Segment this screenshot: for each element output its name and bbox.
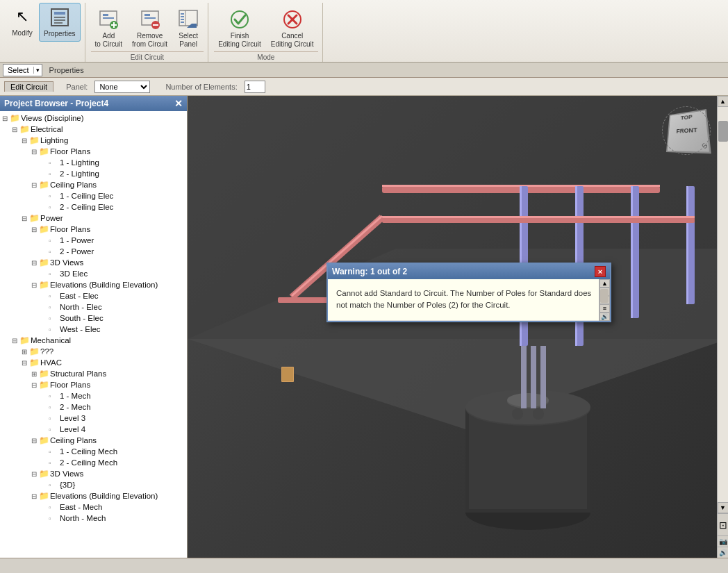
properties-button[interactable]: Properties (39, 3, 81, 42)
tree-toggle-floor-plans-mech[interactable]: ⊟ (29, 380, 39, 390)
tree-item-level-4[interactable]: ▫Level 4 (0, 424, 187, 435)
tree-item-west-elec[interactable]: ▫West - Elec (0, 324, 187, 335)
tree-item-east-elec[interactable]: ▫East - Elec (0, 290, 187, 301)
scroll-thumb[interactable] (718, 121, 728, 142)
tree-item-???[interactable]: ⊞📁??? (0, 346, 187, 357)
cancel-editing-button[interactable]: CancelEditing Circuit (267, 6, 318, 51)
tree-item-1-power[interactable]: ▫1 - Power (0, 235, 187, 246)
tree-item-level-3[interactable]: ▫Level 3 (0, 413, 187, 424)
tree-toggle-3d-views-elec[interactable]: ⊟ (29, 258, 39, 267)
modify-label: Modify (12, 29, 32, 38)
tree-toggle-ceiling-plans[interactable]: ⊟ (29, 180, 39, 190)
scroll-down-button[interactable]: ▼ (718, 502, 729, 513)
tree-toggle-structural-plans[interactable]: ⊞ (29, 369, 39, 379)
warning-scroll-thumb[interactable] (600, 289, 609, 303)
tree-item-east-mech[interactable]: ▫East - Mech (0, 501, 187, 513)
finish-editing-button[interactable]: FinishEditing Circuit (214, 6, 265, 51)
warning-scroll-list[interactable]: ≡ (599, 304, 610, 313)
tree-toggle-elevations-elec[interactable]: ⊟ (29, 280, 39, 290)
tree-item-ceiling-plans[interactable]: ⊟📁Ceiling Plans (0, 179, 187, 190)
scroll-track[interactable] (718, 107, 729, 502)
scroll-up-button[interactable]: ▲ (718, 96, 729, 107)
view-icon: ▫ (49, 447, 60, 456)
zoom-fit-button[interactable]: ⊡ (718, 513, 729, 535)
tree-item-1-ceiling-elec[interactable]: ▫1 - Ceiling Elec (0, 190, 187, 201)
tree-item-north-elec[interactable]: ▫North - Elec (0, 301, 187, 313)
nav-cube[interactable]: TOP FRONT S (659, 103, 714, 158)
select-dropdown[interactable]: Select ▾ (3, 64, 42, 76)
view-icon: ▫ (49, 269, 60, 279)
folder-icon: 📁 (39, 369, 50, 379)
tree-toggle-floor-plans-lighting[interactable]: ⊟ (29, 147, 39, 156)
edit-circuit-tab[interactable]: Edit Circuit (4, 81, 53, 92)
num-elements-label: Number of Elements: (165, 83, 237, 91)
speaker-button[interactable]: 🔊 (718, 547, 729, 558)
warning-close-button[interactable]: × (595, 266, 606, 277)
folder-icon: 📁 (39, 469, 50, 479)
tree-item-power[interactable]: ⊟📁Power (0, 213, 187, 224)
tree-item-floor-plans-power[interactable]: ⊟📁Floor Plans (0, 224, 187, 235)
tree-item-hvac[interactable]: ⊟📁HVAC (0, 357, 187, 368)
tree-item-3d-elec[interactable]: ▫3D Elec (0, 268, 187, 279)
tree-item-2-mech[interactable]: ▫2 - Mech (0, 401, 187, 413)
tree-item-2-ceiling-elec[interactable]: ▫2 - Ceiling Elec (0, 201, 187, 213)
tree-item-electrical[interactable]: ⊟📁Electrical (0, 124, 187, 135)
add-to-circuit-button[interactable]: Addto Circuit (91, 6, 126, 51)
tree-toggle-power[interactable]: ⊟ (19, 213, 29, 223)
project-browser-close[interactable]: ✕ (174, 98, 183, 109)
project-browser-tree[interactable]: ⊟📁Views (Discipline)⊟📁Electrical⊟📁Lighti… (0, 111, 187, 558)
tree-item-1-ceiling-mech[interactable]: ▫1 - Ceiling Mech (0, 446, 187, 457)
tree-toggle-ceiling-plans-mech[interactable]: ⊟ (29, 435, 39, 445)
svg-rect-44 (282, 367, 293, 381)
tree-label-3d-mech: {3D} (60, 481, 75, 489)
warning-scroll-expand[interactable]: 🔊 (599, 313, 610, 321)
view-icon: ▫ (49, 502, 60, 512)
view-icon: ▫ (49, 302, 60, 312)
camera-button[interactable]: 📷 (718, 535, 729, 547)
tree-label-???: ??? (40, 347, 53, 356)
tree-item-elevations-elec[interactable]: ⊟📁Elevations (Building Elevation) (0, 279, 187, 290)
num-elements-input[interactable] (245, 81, 265, 93)
tree-item-2-ceiling-mech[interactable]: ▫2 - Ceiling Mech (0, 457, 187, 468)
warning-scroll-up[interactable]: ▲ (599, 279, 610, 288)
tree-label-3d-elec: 3D Elec (60, 269, 88, 278)
properties-icon (49, 6, 71, 28)
tree-item-1-lighting[interactable]: ▫1 - Lighting (0, 157, 187, 168)
tree-toggle-elevations-mech[interactable]: ⊟ (29, 491, 39, 501)
tree-item-lighting[interactable]: ⊟📁Lighting (0, 135, 187, 146)
viewport[interactable]: TOP FRONT S ▲ ▼ ⊡ 📷 🔊 Warning: 1 out of … (188, 96, 728, 558)
svg-rect-37 (686, 186, 688, 304)
edit-circuit-group-label: Edit Circuit (91, 51, 204, 63)
modify-button[interactable]: ↖ Modify (7, 3, 38, 40)
tree-item-2-lighting[interactable]: ▫2 - Lighting (0, 168, 187, 179)
folder-icon: 📁 (19, 335, 31, 345)
tree-toggle-lighting[interactable]: ⊟ (19, 135, 29, 145)
tree-item-3d-mech[interactable]: ▫{3D} (0, 479, 187, 490)
tree-item-south-elec[interactable]: ▫South - Elec (0, 313, 187, 324)
tree-item-north-mech[interactable]: ▫North - Mech (0, 513, 187, 524)
tree-toggle-floor-plans-power[interactable]: ⊟ (29, 224, 39, 234)
tree-item-mechanical[interactable]: ⊟📁Mechanical (0, 335, 187, 346)
tree-toggle-electrical[interactable]: ⊟ (10, 124, 19, 134)
remove-from-circuit-button[interactable]: Removefrom Circuit (128, 6, 172, 51)
tree-item-3d-views-elec[interactable]: ⊟📁3D Views (0, 257, 187, 268)
svg-rect-19 (181, 16, 184, 17)
tree-item-2-power[interactable]: ▫2 - Power (0, 246, 187, 257)
select-arrow-icon[interactable]: ▾ (33, 67, 42, 74)
tree-toggle-mechanical[interactable]: ⊟ (10, 335, 19, 345)
tree-toggle-3d-views-mech[interactable]: ⊟ (29, 469, 39, 479)
tree-toggle-???[interactable]: ⊞ (19, 347, 29, 356)
tree-item-views-discipline[interactable]: ⊟📁Views (Discipline) (0, 113, 187, 124)
tree-item-floor-plans-lighting[interactable]: ⊟📁Floor Plans (0, 146, 187, 157)
select-panel-button[interactable]: SelectPanel (173, 6, 204, 51)
folder-icon: 📁 (39, 258, 50, 267)
tree-item-elevations-mech[interactable]: ⊟📁Elevations (Building Elevation) (0, 490, 187, 501)
tree-toggle-views-discipline[interactable]: ⊟ (0, 113, 10, 123)
tree-item-ceiling-plans-mech[interactable]: ⊟📁Ceiling Plans (0, 435, 187, 446)
tree-item-3d-views-mech[interactable]: ⊟📁3D Views (0, 468, 187, 479)
tree-item-floor-plans-mech[interactable]: ⊟📁Floor Plans (0, 379, 187, 390)
tree-item-structural-plans[interactable]: ⊞📁Structural Plans (0, 368, 187, 379)
tree-item-1-mech[interactable]: ▫1 - Mech (0, 390, 187, 401)
panel-select[interactable]: None (94, 81, 150, 93)
tree-toggle-hvac[interactable]: ⊟ (19, 358, 29, 367)
